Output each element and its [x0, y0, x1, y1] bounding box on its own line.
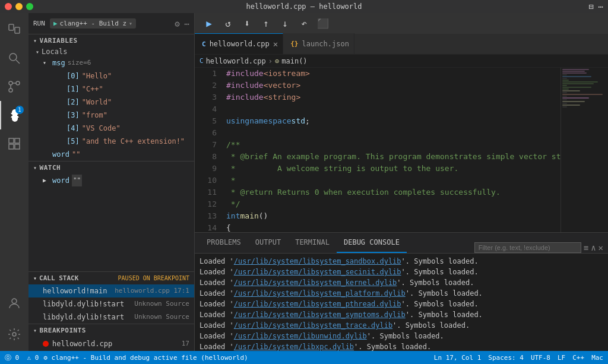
tab-output[interactable]: OUTPUT	[248, 232, 288, 253]
status-language[interactable]: C++	[572, 354, 584, 362]
activity-debug[interactable]: 1	[0, 101, 28, 129]
activity-account[interactable]	[0, 289, 28, 318]
svg-point-6	[9, 88, 12, 92]
console-link-8[interactable]: /usr/lib/system/libunwind.dylib	[234, 331, 367, 341]
status-encoding[interactable]: UTF-8	[531, 354, 550, 362]
panel-layout-icon[interactable]: ≡	[584, 243, 588, 252]
activity-settings[interactable]	[0, 320, 28, 349]
activity-bar: 1	[0, 13, 28, 351]
status-debug[interactable]: ⚙ clang++ - Build and debug active file …	[43, 354, 248, 362]
close-button[interactable]	[5, 3, 12, 10]
more-icon[interactable]: ⋯	[598, 2, 603, 11]
variables-header[interactable]: ▾ VARIABLES	[28, 34, 194, 47]
status-errors[interactable]: ⓪ 0 ⚠ 0	[5, 353, 39, 362]
console-link-3[interactable]: /usr/lib/system/libsystem_kernel.dylib	[234, 277, 397, 288]
svg-rect-8	[15, 138, 20, 143]
console-link-6[interactable]: /usr/lib/system/libsystem_symptoms.dylib	[234, 309, 406, 320]
console-link-1[interactable]: /usr/lib/system/libsystem_sandbox.dylib	[234, 256, 401, 267]
status-platform[interactable]: Mac	[591, 354, 603, 362]
tab-launch-json[interactable]: {} launch.json	[283, 33, 354, 54]
unknown-source-1: Unknown Source	[134, 299, 189, 309]
callstack-item-main[interactable]: helloworld!main helloworld.cpp 17:1	[28, 284, 194, 297]
minimize-button[interactable]	[15, 3, 23, 10]
debug-step-into-btn[interactable]: ⬇	[240, 17, 254, 31]
console-line-1: Loaded '/usr/lib/system/libsystem_sandbo…	[200, 256, 603, 267]
svg-rect-0	[9, 24, 14, 30]
console-link-5[interactable]: /usr/lib/system/libsystem_pthread.dylib	[234, 299, 401, 309]
panel-tab-bar: PROBLEMS OUTPUT TERMINAL DEBUG CONSOLE ≡…	[195, 233, 608, 254]
maximize-button[interactable]	[26, 3, 33, 10]
tab-terminal[interactable]: TERMINAL	[288, 232, 337, 253]
variable-msg-1[interactable]: [1] "C++"	[28, 83, 194, 96]
locals-header[interactable]: ▾ Locals	[28, 47, 194, 56]
console-line-5: Loaded '/usr/lib/system/libsystem_pthrea…	[200, 299, 603, 309]
activity-explorer[interactable]	[0, 15, 28, 44]
svg-point-4	[9, 81, 12, 85]
callstack-panel: ▾ CALL STACK PAUSED ON BREAKPOINT hellow…	[28, 271, 194, 324]
code-editor: 1 2 3 4 5 6 7 8 9 10 11 12 13 14 15 16 1	[195, 68, 608, 232]
variable-msg-2[interactable]: [2] "World"	[28, 96, 194, 109]
debug-restart-btn[interactable]: ↓	[278, 17, 292, 31]
title-bar: helloworld.cpp — helloworld ⊟ ⋯	[0, 0, 608, 13]
code-content: #include <iostream> #include <vector> #i…	[221, 68, 560, 232]
panel-close-icon[interactable]: ✕	[598, 243, 603, 252]
panel-filter-input[interactable]	[474, 242, 581, 253]
status-ln-col[interactable]: Ln 17, Col 1	[434, 354, 481, 362]
svg-line-3	[16, 60, 20, 64]
tab-problems[interactable]: PROBLEMS	[200, 232, 248, 253]
debug-back-btn[interactable]: ↶	[297, 17, 311, 31]
watch-panel: ▾ WATCH ▶ word ""	[28, 161, 194, 187]
activity-extensions[interactable]	[0, 129, 28, 158]
activity-search[interactable]	[0, 44, 28, 72]
callstack-header[interactable]: ▾ CALL STACK PAUSED ON BREAKPOINT	[28, 272, 194, 284]
activity-source-control[interactable]	[0, 72, 28, 101]
variable-msg-3[interactable]: [3] "from"	[28, 109, 194, 122]
debug-config-selector[interactable]: ▶ clang++ - Build z ▾	[50, 18, 136, 29]
line-numbers: 1 2 3 4 5 6 7 8 9 10 11 12 13 14 15 16 1	[195, 68, 221, 232]
svg-rect-7	[9, 138, 14, 143]
debug-more-icon[interactable]: ⋯	[185, 19, 189, 29]
breakpoint-item[interactable]: helloworld.cpp 17	[28, 337, 194, 351]
breakpoints-panel: ▾ BREAKPOINTS helloworld.cpp 17	[28, 324, 194, 351]
breadcrumb-file[interactable]: helloworld.cpp	[206, 57, 266, 65]
variable-msg-4[interactable]: [4] "VS Code"	[28, 122, 194, 135]
debug-continue-btn[interactable]: ▶	[202, 17, 216, 31]
close-tab-helloworld[interactable]: ✕	[273, 39, 278, 49]
panel-collapse-icon[interactable]: ∧	[591, 243, 596, 252]
code-line-12: */	[226, 198, 560, 210]
console-link-9[interactable]: /usr/lib/system/libxpc.dylib	[234, 341, 354, 351]
variable-word[interactable]: word ""	[28, 148, 194, 161]
callstack-item-1[interactable]: libdyld.dylib!start Unknown Source	[28, 297, 194, 311]
watch-header[interactable]: ▾ WATCH	[28, 162, 194, 174]
tab-debug-console[interactable]: DEBUG CONSOLE	[337, 232, 407, 253]
code-line-9: * A welcome string is output to the user…	[226, 163, 560, 175]
callstack-item-2[interactable]: libdyld.dylib!start Unknown Source	[28, 311, 194, 324]
status-eol[interactable]: LF	[558, 354, 565, 362]
console-link-7[interactable]: /usr/lib/system/libsystem_trace.dylib	[234, 320, 392, 331]
console-link-4[interactable]: /usr/lib/system/libsystem_platform.dylib	[234, 288, 406, 299]
debug-settings-icon[interactable]: ⚙	[175, 19, 179, 29]
variable-msg[interactable]: ▾ msg size=6	[28, 56, 194, 69]
debug-step-over-btn[interactable]: ↺	[221, 17, 235, 31]
breadcrumb-function[interactable]: main()	[281, 57, 307, 65]
console-line-9: Loaded '/usr/lib/system/libxpc.dylib'. S…	[200, 341, 603, 351]
panel-area: PROBLEMS OUTPUT TERMINAL DEBUG CONSOLE ≡…	[195, 232, 608, 351]
title-bar-actions: ⊟ ⋯	[588, 2, 603, 11]
console-link-2[interactable]: /usr/lib/system/libsystem_secinit.dylib	[234, 267, 401, 277]
watch-item-word[interactable]: ▶ word ""	[28, 174, 194, 187]
variable-msg-0[interactable]: [0] "Hello"	[28, 69, 194, 83]
unknown-source-2: Unknown Source	[134, 312, 189, 322]
status-spaces[interactable]: Spaces: 4	[488, 354, 524, 362]
minimap	[560, 68, 608, 232]
variables-section: ▾ VARIABLES ▾ Locals ▾ msg size=6 [0] "H…	[28, 34, 194, 161]
breakpoints-header[interactable]: ▾ BREAKPOINTS	[28, 324, 194, 337]
debug-stop-btn[interactable]: ⬛	[316, 17, 330, 31]
console-line-2: Loaded '/usr/lib/system/libsystem_secini…	[200, 267, 603, 277]
console-line-4: Loaded '/usr/lib/system/libsystem_platfo…	[200, 288, 603, 299]
layout-icon[interactable]: ⊟	[588, 2, 593, 11]
variable-msg-5[interactable]: [5] "and the C++ extension!"	[28, 135, 194, 148]
window-controls[interactable]	[5, 3, 33, 10]
code-line-11: * @return Returns 0 when execution compl…	[226, 186, 560, 198]
tab-helloworld-cpp[interactable]: C helloworld.cpp ✕	[195, 33, 283, 54]
debug-step-out-btn[interactable]: ↑	[259, 17, 273, 31]
